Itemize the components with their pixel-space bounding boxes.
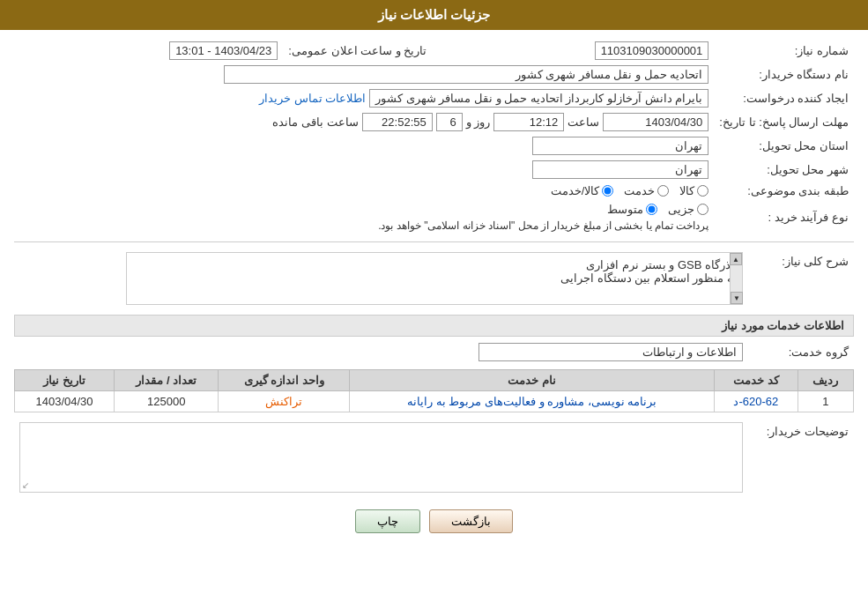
category-label: طبقه بندی موضوعی:: [714, 182, 854, 200]
cell-qty: 125000: [115, 391, 219, 412]
back-button[interactable]: بازگشت: [429, 509, 513, 533]
need-desc-text: گذرگاه GSB و بستر نرم افزاری به منظور اس…: [560, 258, 737, 285]
buyer-notes-label: توضیحات خریدار:: [748, 420, 854, 495]
col-code: کد خدمت: [715, 370, 798, 391]
cell-name: برنامه نویسی، مشاوره و فعالیت‌های مربوط …: [350, 391, 715, 412]
buyer-org-value: اتحادیه حمل و نقل مسافر شهری کشور: [224, 65, 708, 84]
creator-value: بایرام دانش آرخازلو کاربرداز اتحادیه حمل…: [369, 89, 708, 108]
radio-motavasset[interactable]: [646, 204, 657, 215]
process-note: پرداخت تمام یا بخشی از مبلغ خریدار از مح…: [378, 219, 708, 232]
radio-kala[interactable]: [697, 185, 708, 197]
radio-khedmat[interactable]: [657, 185, 669, 197]
button-row: بازگشت چاپ: [14, 509, 854, 533]
page-header: جزئیات اطلاعات نیاز: [0, 0, 868, 30]
cell-row: 1: [798, 391, 853, 412]
col-row: ردیف: [798, 370, 853, 391]
content-area: شماره نیاز: 1103109030000001 تاریخ و ساع…: [0, 30, 868, 551]
category-radio-kala[interactable]: کالا: [679, 184, 708, 197]
service-group-table: گروه خدمت: اطلاعات و ارتباطات: [14, 340, 854, 364]
buyer-notes-table: توضیحات خریدار: ↙: [14, 420, 854, 495]
deadline-label: مهلت ارسال پاسخ: تا تاریخ:: [714, 110, 854, 134]
services-section-title: اطلاعات خدمات مورد نیاز: [14, 315, 854, 337]
radio-jozi-label: جزیی: [668, 203, 694, 216]
col-qty: تعداد / مقدار: [115, 370, 219, 391]
deadline-seconds: 22:52:55: [362, 113, 433, 131]
info-table-top: شماره نیاز: 1103109030000001 تاریخ و ساع…: [14, 39, 854, 234]
date-announce-label: تاریخ و ساعت اعلان عمومی:: [283, 39, 432, 63]
city-value: تهران: [532, 160, 708, 179]
contact-link[interactable]: اطلاعات تماس خریدار: [259, 92, 366, 105]
cell-code: 620-62-د: [715, 391, 798, 412]
city-label: شهر محل تحویل:: [714, 158, 854, 182]
col-name: نام خدمت: [350, 370, 715, 391]
page-wrapper: جزئیات اطلاعات نیاز شماره نیاز: 11031090…: [0, 0, 868, 609]
process-radio-jozi[interactable]: جزیی: [668, 203, 708, 216]
need-desc-table: شرح کلی نیاز: ▲ ▼ گذرگاه GSB و بستر نرم …: [14, 249, 854, 308]
cell-unit: تراکنش: [219, 391, 350, 412]
deadline-remaining-label: ساعت باقی مانده: [272, 115, 358, 129]
radio-kala-khedmat[interactable]: [602, 185, 613, 197]
radio-kala-label: کالا: [679, 184, 694, 197]
divider-1: [14, 241, 854, 242]
service-group-value: اطلاعات و ارتباطات: [479, 343, 743, 361]
process-label: نوع فرآیند خرید :: [714, 200, 854, 234]
process-radio-motavasset[interactable]: متوسط: [607, 203, 657, 216]
buyer-notes-value: ↙: [19, 422, 743, 493]
scroll-up-btn[interactable]: ▲: [730, 253, 742, 265]
province-value: تهران: [532, 137, 708, 155]
radio-jozi[interactable]: [697, 204, 708, 215]
deadline-time-label: ساعت: [568, 115, 599, 129]
deadline-days-label: روز و: [466, 115, 491, 129]
radio-kala-khedmat-label: کالا/خدمت: [551, 184, 600, 197]
category-radio-group: کالا خدمت کالا/خدمت: [19, 184, 708, 197]
scroll-down-btn[interactable]: ▼: [731, 292, 743, 304]
table-row: 1 620-62-د برنامه نویسی، مشاوره و فعالیت…: [15, 391, 854, 412]
deadline-time: 12:12: [493, 113, 564, 131]
category-radio-kala-khedmat[interactable]: کالا/خدمت: [551, 184, 614, 197]
print-button[interactable]: چاپ: [355, 509, 420, 533]
col-date: تاریخ نیاز: [15, 370, 115, 391]
creator-label: ایجاد کننده درخواست:: [714, 86, 854, 110]
deadline-days: 6: [436, 113, 463, 131]
process-radio-group: جزیی متوسط: [607, 203, 708, 216]
need-number-label: شماره نیاز:: [714, 39, 854, 63]
deadline-date: 1403/04/30: [603, 113, 708, 131]
scrollbar[interactable]: ▲ ▼: [730, 253, 742, 304]
radio-motavasset-label: متوسط: [607, 203, 643, 216]
need-desc-label: شرح کلی نیاز:: [748, 249, 854, 308]
need-desc-value: ▲ ▼ گذرگاه GSB و بستر نرم افزاری به منظو…: [126, 252, 743, 305]
services-table: ردیف کد خدمت نام خدمت واحد اندازه گیری ت…: [14, 369, 854, 412]
province-label: استان محل تحویل:: [714, 134, 854, 158]
category-radio-khedmat[interactable]: خدمت: [624, 184, 669, 197]
buyer-org-label: نام دستگاه خریدار:: [714, 63, 854, 86]
cell-date: 1403/04/30: [15, 391, 115, 412]
service-group-label: گروه خدمت:: [748, 340, 854, 364]
radio-khedmat-label: خدمت: [624, 184, 655, 197]
date-announce-value: 1403/04/23 - 13:01: [169, 41, 278, 60]
col-unit: واحد اندازه گیری: [219, 370, 350, 391]
page-title: جزئیات اطلاعات نیاز: [378, 7, 490, 22]
need-number-value: 1103109030000001: [595, 41, 709, 60]
